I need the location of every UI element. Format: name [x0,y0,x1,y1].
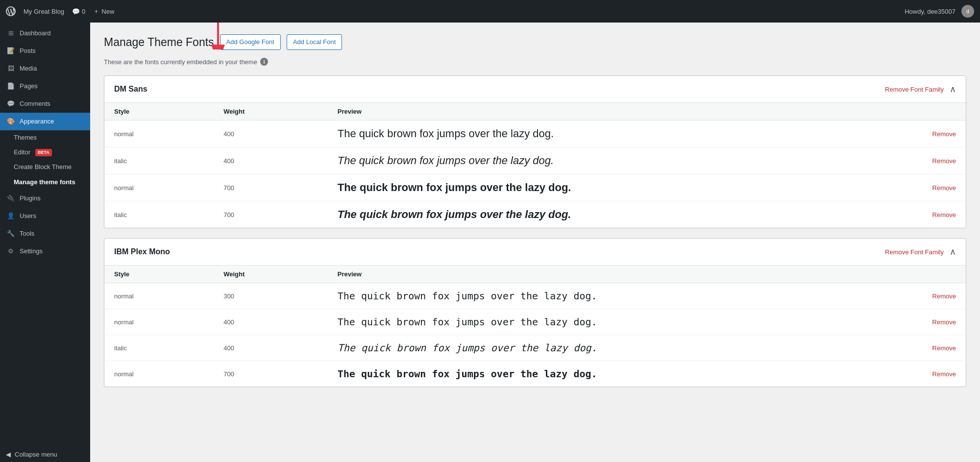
remove-font-family-ibm-plex-mono-button[interactable]: Remove Font Family [885,248,944,256]
beta-badge: beta [35,149,52,156]
pages-icon: 📄 [6,81,16,91]
page-header: Manage Theme Fonts Add Google Font Add L… [104,34,966,50]
style-cell: normal [104,283,214,309]
collapse-dm-sans-button[interactable]: ∧ [950,84,956,95]
new-label: New [101,8,114,15]
style-cell: normal [104,121,214,147]
remove-cell: Remove [845,147,966,174]
create-block-theme-label: Create Block Theme [14,163,72,171]
weight-cell: 700 [214,174,328,201]
themes-label: Themes [14,133,37,142]
sidebar-label-plugins: Plugins [20,194,41,203]
font-card-dm-sans: DM Sans Remove Font Family ∧ Style Weigh… [104,75,966,228]
add-local-font-button[interactable]: Add Local Font [287,34,342,50]
font-card-header-dm-sans: DM Sans Remove Font Family ∧ [104,76,966,103]
admin-bar-wp-logo[interactable] [6,6,16,16]
admin-bar-new[interactable]: ＋ New [93,7,114,16]
remove-variant-button[interactable]: Remove [932,157,956,165]
remove-font-family-dm-sans-button[interactable]: Remove Font Family [885,86,944,93]
sidebar-item-dashboard[interactable]: ⊞ Dashboard [0,24,90,42]
preview-text: The quick brown fox jumps over the lazy … [338,154,554,167]
sidebar-item-media[interactable]: 🖼 Media [0,60,90,77]
collapse-menu-button[interactable]: ◀ Collapse menu [0,447,90,462]
sidebar-item-editor[interactable]: Editor beta [0,145,90,160]
weight-cell: 400 [214,309,328,335]
remove-cell: Remove [845,174,966,201]
collapse-ibm-plex-mono-button[interactable]: ∧ [950,246,956,257]
col-header-style: Style [104,266,214,283]
sidebar-label-posts: Posts [20,47,36,55]
appearance-icon: 🎨 [6,117,16,126]
preview-text: The quick brown fox jumps over the lazy … [338,208,571,220]
col-header-action [845,103,966,121]
col-header-style: Style [104,103,214,121]
table-row: italic 400 The quick brown fox jumps ove… [104,147,966,174]
remove-variant-button[interactable]: Remove [932,292,956,300]
appearance-submenu: Themes Editor beta Create Block Theme Ma… [0,130,90,190]
remove-variant-button[interactable]: Remove [932,370,956,378]
col-header-preview: Preview [328,266,845,283]
weight-cell: 400 [214,335,328,361]
info-icon[interactable]: i [260,58,268,66]
font-card-header-ibm-plex-mono: IBM Plex Mono Remove Font Family ∧ [104,239,966,266]
remove-variant-button[interactable]: Remove [932,318,956,326]
sidebar-item-manage-theme-fonts[interactable]: Manage theme fonts [0,175,90,190]
style-cell: italic [104,335,214,361]
font-family-name-dm-sans: DM Sans [114,85,147,94]
main-content: Manage Theme Fonts Add Google Font Add L… [90,23,980,462]
table-row: normal 700 The quick brown fox jumps ove… [104,361,966,387]
sidebar-item-pages[interactable]: 📄 Pages [0,77,90,95]
table-row: italic 400 The quick brown fox jumps ove… [104,335,966,361]
remove-cell: Remove [845,201,966,228]
remove-variant-button[interactable]: Remove [932,344,956,352]
font-family-name-ibm-plex-mono: IBM Plex Mono [114,247,170,256]
sidebar-label-appearance: Appearance [20,117,54,126]
sidebar-item-posts[interactable]: 📝 Posts [0,42,90,60]
sidebar-label-settings: Settings [20,247,43,256]
remove-variant-button[interactable]: Remove [932,130,956,138]
col-header-weight: Weight [214,103,328,121]
admin-bar-site-name[interactable]: My Great Blog [24,8,64,15]
sidebar-item-create-block-theme[interactable]: Create Block Theme [0,160,90,174]
preview-cell: The quick brown fox jumps over the lazy … [328,201,845,228]
sidebar-item-settings[interactable]: ⚙ Settings [0,243,90,260]
table-row: italic 700 The quick brown fox jumps ove… [104,201,966,228]
sidebar-item-comments[interactable]: 💬 Comments [0,95,90,113]
preview-cell: The quick brown fox jumps over the lazy … [328,361,845,387]
table-row: normal 400 The quick brown fox jumps ove… [104,121,966,147]
plugins-icon: 🔌 [6,194,16,203]
sidebar-item-themes[interactable]: Themes [0,130,90,145]
sidebar-item-plugins[interactable]: 🔌 Plugins [0,190,90,207]
style-cell: italic [104,147,214,174]
admin-bar-comments[interactable]: 💬 0 [72,8,85,15]
howdy-text: Howdy, dee35007 [905,8,956,15]
col-header-action [845,266,966,283]
tools-icon: 🔧 [6,229,16,239]
preview-cell: The quick brown fox jumps over the lazy … [328,174,845,201]
preview-text: The quick brown fox jumps over the lazy … [338,181,571,194]
sidebar-item-tools[interactable]: 🔧 Tools [0,225,90,243]
preview-cell: The quick brown fox jumps over the lazy … [328,147,845,174]
user-avatar[interactable]: d [961,5,974,18]
style-cell: normal [104,361,214,387]
sidebar-label-dashboard: Dashboard [20,29,51,38]
font-table-ibm-plex-mono: Style Weight Preview normal 300 The quic… [104,266,966,387]
remove-variant-button[interactable]: Remove [932,211,956,219]
remove-cell: Remove [845,309,966,335]
remove-variant-button[interactable]: Remove [932,184,956,192]
arrow-indicator [206,23,230,49]
sidebar-item-users[interactable]: 👤 Users [0,207,90,225]
preview-cell: The quick brown fox jumps over the lazy … [328,121,845,147]
sidebar-label-pages: Pages [20,82,38,91]
sidebar-item-appearance[interactable]: 🎨 Appearance [0,113,90,130]
sidebar-label-comments: Comments [20,99,50,108]
preview-cell: The quick brown fox jumps over the lazy … [328,283,845,309]
editor-label: Editor [14,148,30,157]
admin-bar: My Great Blog 💬 0 ＋ New Howdy, dee35007 … [0,0,980,23]
comments-icon: 💬 [6,99,16,109]
preview-text: The quick brown fox jumps over the lazy … [338,127,554,140]
weight-cell: 400 [214,121,328,147]
layout: ⊞ Dashboard 📝 Posts 🖼 Media 📄 Pages 💬 Co… [0,23,980,462]
font-card-actions-ibm-plex-mono: Remove Font Family ∧ [885,246,956,257]
remove-cell: Remove [845,283,966,309]
